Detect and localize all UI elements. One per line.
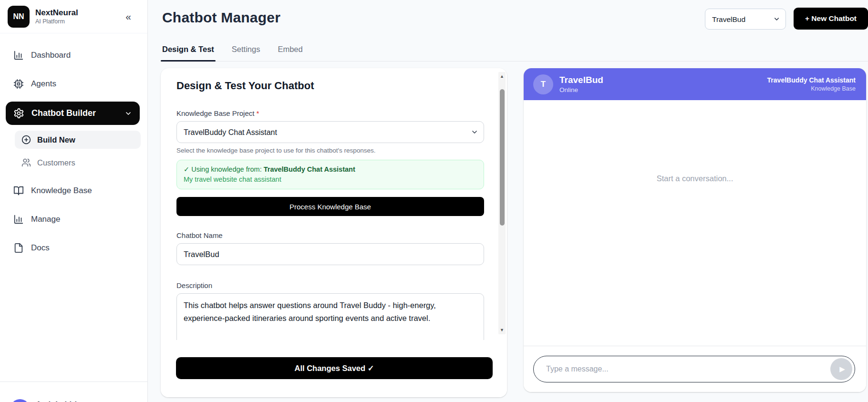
tab-bar: Design & Test Settings Embed	[161, 42, 868, 62]
description-textarea[interactable]: This chatbot helps answer questions arou…	[176, 293, 484, 340]
sidebar-item-agents[interactable]: Agents	[8, 73, 141, 94]
builder-footer: All Changes Saved ✓	[161, 340, 507, 397]
send-button[interactable]: ▶	[830, 358, 852, 380]
send-icon: ▶	[839, 365, 845, 373]
chat-title: TravelBud	[559, 75, 603, 85]
sidebar-item-docs[interactable]: Docs	[8, 237, 141, 258]
chat-kb-caption: Knowledge Base	[767, 85, 856, 92]
gear-icon	[13, 108, 24, 119]
new-chatbot-button[interactable]: + New Chatbot	[794, 8, 868, 30]
kb-status-line: ✓ Using knowledge from: TravelBuddy Chat…	[184, 165, 477, 173]
sidebar-item-manage[interactable]: Manage	[8, 209, 141, 230]
book-open-icon	[13, 186, 24, 196]
sidebar-item-dashboard[interactable]: Dashboard	[8, 45, 141, 66]
scrollbar[interactable]: ▲ ▼	[498, 72, 506, 334]
sidebar-nav: Dashboard Agents Chatbot Builder Build N…	[0, 33, 147, 402]
brand-header: NN NextNeural AI Platform «	[0, 0, 147, 33]
chatbot-select[interactable]: TravelBud	[705, 9, 786, 30]
chat-kb-name: TravelBuddy Chat Assistant	[767, 76, 856, 84]
file-icon	[13, 243, 24, 253]
brand-logo-initials: NN	[13, 12, 24, 21]
builder-scroll-area: Design & Test Your Chatbot Knowledge Bas…	[161, 68, 507, 340]
tab-design-test[interactable]: Design & Test	[162, 42, 214, 61]
chat-message-area: Start a conversation...	[524, 100, 866, 346]
sidebar-item-label: Chatbot Builder	[31, 108, 96, 118]
chat-status: Online	[559, 86, 603, 93]
kb-project-help: Select the knowledge base project to use…	[176, 147, 484, 154]
kb-status-box: ✓ Using knowledge from: TravelBuddy Chat…	[176, 160, 484, 189]
page-title: Chatbot Manager	[162, 10, 280, 26]
sidebar-item-label: Manage	[31, 215, 60, 224]
chevron-down-icon	[124, 110, 132, 117]
sidebar-collapse-button[interactable]: «	[125, 11, 131, 21]
chatbot-select-wrap: TravelBud	[705, 9, 786, 30]
sidebar-item-label: Customers	[37, 158, 75, 167]
brand-text: NextNeural AI Platform	[35, 8, 78, 25]
kb-project-select[interactable]: TravelBuddy Chat Assistant	[176, 121, 484, 143]
brand-logo: NN	[8, 6, 30, 28]
builder-heading: Design & Test Your Chatbot	[176, 80, 484, 92]
sidebar-item-label: Dashboard	[31, 51, 71, 60]
app-root: { "brand": { "logo_initials": "NN", "nam…	[0, 0, 868, 402]
required-asterisk: *	[257, 109, 259, 117]
sidebar-item-customers[interactable]: Customers	[15, 154, 141, 172]
process-knowledge-base-button[interactable]: Process Knowledge Base	[176, 197, 484, 216]
chat-title-block: TravelBud Online	[559, 75, 603, 93]
chatbot-name-label: Chatbot Name	[176, 231, 484, 239]
plus-circle-icon	[21, 135, 31, 144]
sidebar-item-label: Docs	[31, 243, 50, 253]
chatbot-name-input[interactable]	[176, 243, 484, 265]
chat-empty-state: Start a conversation...	[657, 174, 734, 346]
sidebar-item-knowledge-base[interactable]: Knowledge Base	[8, 180, 141, 201]
brand-tagline: AI Platform	[35, 18, 78, 25]
message-pill[interactable]: ▶	[533, 356, 855, 382]
kb-project-label: Knowledge Base Project *	[176, 109, 484, 117]
tab-embed[interactable]: Embed	[278, 42, 302, 61]
chat-input-bar: ▶	[524, 346, 866, 392]
message-input[interactable]	[534, 365, 830, 373]
chat-header: T TravelBud Online TravelBuddy Chat Assi…	[524, 68, 866, 100]
scrollbar-down-icon[interactable]: ▼	[498, 327, 506, 333]
brand-name: NextNeural	[35, 8, 78, 18]
scrollbar-thumb[interactable]	[500, 89, 505, 226]
builder-panel: Design & Test Your Chatbot Knowledge Bas…	[161, 68, 507, 397]
sidebar-item-label: Build New	[37, 135, 75, 144]
bar-chart-icon	[13, 50, 24, 61]
scrollbar-up-icon[interactable]: ▲	[498, 73, 506, 80]
bar-chart-icon	[13, 214, 24, 225]
user-menu[interactable]: Amit Lahiri	[0, 382, 147, 402]
users-icon	[21, 158, 31, 167]
chat-avatar: T	[533, 74, 553, 94]
sidebar-item-chatbot-builder[interactable]: Chatbot Builder	[6, 102, 140, 125]
chat-kb-block: TravelBuddy Chat Assistant Knowledge Bas…	[767, 76, 856, 92]
tab-settings[interactable]: Settings	[232, 42, 260, 61]
sidebar-item-label: Knowledge Base	[31, 186, 92, 196]
kb-status-description: My travel website chat assistant	[184, 175, 477, 183]
sidebar-item-build-new[interactable]: Build New	[15, 131, 141, 149]
cpu-icon	[13, 79, 24, 89]
kb-status-project-name: TravelBuddy Chat Assistant	[264, 165, 355, 173]
description-label: Description	[176, 281, 484, 289]
user-avatar	[10, 399, 30, 402]
chat-preview-panel: T TravelBud Online TravelBuddy Chat Assi…	[524, 68, 866, 392]
save-button[interactable]: All Changes Saved ✓	[176, 357, 493, 379]
kb-project-select-wrap: TravelBuddy Chat Assistant	[176, 121, 484, 143]
user-name: Amit Lahiri	[36, 399, 77, 402]
sidebar-footer: Amit Lahiri	[0, 381, 147, 402]
sidebar: NN NextNeural AI Platform « Dashboard Ag…	[0, 0, 148, 402]
sidebar-item-label: Agents	[31, 79, 56, 89]
